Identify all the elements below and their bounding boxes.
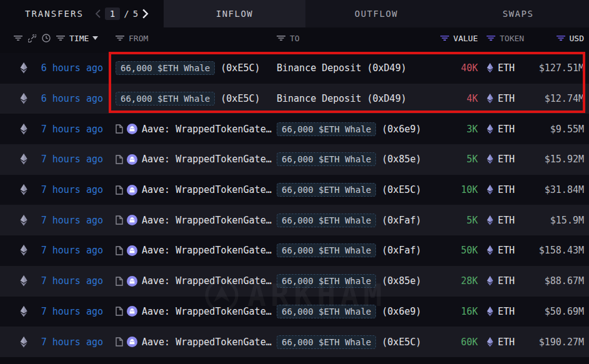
column-header-usd[interactable]: USD: [570, 34, 584, 43]
entity-badge[interactable]: 66,000 $ETH Whale: [277, 122, 376, 136]
to-cell[interactable]: Binance Deposit (0xD49): [277, 62, 438, 74]
to-entity-label[interactable]: Binance Deposit (0xD49): [277, 62, 407, 74]
document-icon: [116, 155, 123, 164]
contract-name-label[interactable]: Aave: WrappedTokenGate…: [142, 215, 272, 226]
contract-name-label[interactable]: Aave: WrappedTokenGate…: [142, 184, 272, 195]
table-row[interactable]: 7 hours ago Aave: WrappedTokenGate… 66,0…: [0, 327, 589, 357]
time-link[interactable]: 7 hours ago: [31, 124, 103, 135]
to-cell[interactable]: 66,000 $ETH Whale(0x6e9): [277, 122, 438, 136]
address-label[interactable]: (0x6e9): [382, 306, 421, 317]
time-link[interactable]: 7 hours ago: [31, 154, 103, 165]
table-row[interactable]: 7 hours ago Aave: WrappedTokenGate… 66,0…: [0, 205, 589, 235]
entity-badge[interactable]: 66,000 $ETH Whale: [277, 335, 376, 349]
pagination: 1 / 5: [95, 7, 149, 20]
contract-name-label[interactable]: Aave: WrappedTokenGate…: [142, 306, 272, 317]
column-header-time[interactable]: TIME: [69, 34, 89, 43]
contract-name-label[interactable]: Aave: WrappedTokenGate…: [142, 275, 272, 287]
chevron-right-icon[interactable]: [142, 9, 149, 19]
from-header-group: FROM: [116, 34, 277, 43]
address-label[interactable]: (0xE5C): [382, 337, 421, 348]
entity-badge[interactable]: 66,000 $ETH Whale: [277, 274, 376, 288]
time-link[interactable]: 7 hours ago: [31, 215, 103, 226]
to-cell[interactable]: 66,000 $ETH Whale(0xE5C): [277, 335, 438, 349]
filter-icon[interactable]: [14, 35, 22, 41]
filter-icon[interactable]: [277, 35, 285, 41]
time-link[interactable]: 7 hours ago: [31, 275, 103, 287]
tab-inflow[interactable]: INFLOW: [164, 0, 305, 27]
time-link[interactable]: 7 hours ago: [31, 306, 103, 317]
column-header-to[interactable]: TO: [290, 34, 300, 43]
address-label[interactable]: (0x85e): [382, 275, 421, 287]
filter-icon[interactable]: [557, 35, 565, 41]
to-cell[interactable]: 66,000 $ETH Whale(0x6e9): [277, 305, 438, 318]
from-cell[interactable]: Aave: WrappedTokenGate…: [116, 275, 277, 287]
contract-name-label[interactable]: Aave: WrappedTokenGate…: [142, 337, 272, 348]
column-header-token[interactable]: TOKEN: [500, 34, 524, 43]
value-header-group: VALUE: [438, 34, 478, 43]
address-label[interactable]: (0xE5C): [220, 93, 260, 104]
contract-name-label[interactable]: Aave: WrappedTokenGate…: [142, 124, 272, 135]
to-cell[interactable]: Binance Deposit (0xD49): [277, 93, 438, 104]
entity-badge[interactable]: 66,000 $ETH Whale: [116, 61, 215, 75]
from-cell[interactable]: Aave: WrappedTokenGate…: [116, 154, 277, 165]
from-cell[interactable]: Aave: WrappedTokenGate…: [116, 245, 277, 256]
column-header-from[interactable]: FROM: [129, 34, 148, 43]
current-page[interactable]: 1: [105, 7, 120, 20]
from-cell[interactable]: 66,000 $ETH Whale(0xE5C): [116, 92, 277, 106]
address-label[interactable]: (0xE5C): [220, 62, 260, 74]
table-row[interactable]: 7 hours ago Aave: WrappedTokenGate… 66,0…: [0, 175, 589, 205]
from-cell[interactable]: Aave: WrappedTokenGate…: [116, 306, 277, 317]
to-entity-label[interactable]: Binance Deposit (0xD49): [277, 93, 407, 104]
tab-outflow[interactable]: OUTFLOW: [305, 0, 447, 27]
entity-badge[interactable]: 66,000 $ETH Whale: [277, 214, 376, 227]
table-row[interactable]: 7 hours ago Aave: WrappedTokenGate… 66,0…: [0, 114, 589, 144]
to-cell[interactable]: 66,000 $ETH Whale(0x85e): [277, 152, 438, 166]
to-cell[interactable]: 66,000 $ETH Whale(0xFaf): [277, 214, 438, 227]
to-cell[interactable]: 66,000 $ETH Whale(0x85e): [277, 274, 438, 288]
from-cell[interactable]: 66,000 $ETH Whale(0xE5C): [116, 61, 277, 75]
from-cell[interactable]: Aave: WrappedTokenGate…: [116, 184, 277, 195]
filter-icon[interactable]: [56, 35, 65, 41]
table-row[interactable]: 7 hours ago Aave: WrappedTokenGate… 66,0…: [0, 144, 589, 175]
ethereum-icon: [20, 306, 27, 317]
from-cell[interactable]: Aave: WrappedTokenGate…: [116, 124, 277, 135]
time-link[interactable]: 7 hours ago: [31, 245, 103, 256]
entity-badge[interactable]: 66,000 $ETH Whale: [277, 243, 376, 257]
link-icon[interactable]: [28, 34, 36, 42]
entity-badge[interactable]: 66,000 $ETH Whale: [277, 305, 376, 318]
from-cell[interactable]: Aave: WrappedTokenGate…: [116, 337, 277, 348]
caret-down-icon[interactable]: [92, 36, 98, 40]
column-header-value[interactable]: VALUE: [453, 34, 478, 43]
entity-badge[interactable]: 66,000 $ETH Whale: [116, 92, 215, 106]
ethereum-icon: [20, 337, 27, 348]
filter-icon[interactable]: [487, 35, 495, 41]
time-link[interactable]: 6 hours ago: [31, 62, 103, 74]
table-row[interactable]: 6 hours ago 66,000 $ETH Whale(0xE5C) Bin…: [0, 53, 589, 84]
from-cell[interactable]: Aave: WrappedTokenGate…: [116, 215, 277, 226]
filter-icon[interactable]: [440, 35, 449, 41]
chevron-left-icon[interactable]: [95, 9, 101, 18]
address-label[interactable]: (0x6e9): [382, 124, 421, 135]
table-row[interactable]: 7 hours ago Aave: WrappedTokenGate… 66,0…: [0, 266, 589, 297]
to-cell[interactable]: 66,000 $ETH Whale(0xE5C): [277, 183, 438, 197]
time-link[interactable]: 7 hours ago: [31, 337, 103, 348]
address-label[interactable]: (0xE5C): [382, 184, 421, 195]
entity-badge[interactable]: 66,000 $ETH Whale: [277, 183, 376, 197]
top-bar: TRANSFERS 1 / 5 INFLOW OUTFLOW SWAPS: [0, 0, 589, 27]
address-label[interactable]: (0x85e): [382, 154, 421, 165]
clock-icon[interactable]: [42, 34, 51, 42]
time-link[interactable]: 7 hours ago: [31, 184, 103, 195]
filter-icon[interactable]: [116, 35, 124, 41]
contract-name-label[interactable]: Aave: WrappedTokenGate…: [142, 154, 272, 165]
usd-cell: $127.51M: [527, 62, 589, 74]
table-row[interactable]: 7 hours ago Aave: WrappedTokenGate… 66,0…: [0, 297, 589, 327]
time-link[interactable]: 6 hours ago: [31, 93, 103, 104]
contract-name-label[interactable]: Aave: WrappedTokenGate…: [142, 245, 272, 256]
entity-badge[interactable]: 66,000 $ETH Whale: [277, 152, 376, 166]
address-label[interactable]: (0xFaf): [382, 245, 421, 256]
table-row[interactable]: 6 hours ago 66,000 $ETH Whale(0xE5C) Bin…: [0, 84, 589, 114]
table-row[interactable]: 7 hours ago Aave: WrappedTokenGate… 66,0…: [0, 235, 589, 266]
tab-swaps[interactable]: SWAPS: [447, 0, 589, 27]
to-cell[interactable]: 66,000 $ETH Whale(0xFaf): [277, 243, 438, 257]
address-label[interactable]: (0xFaf): [382, 215, 421, 226]
